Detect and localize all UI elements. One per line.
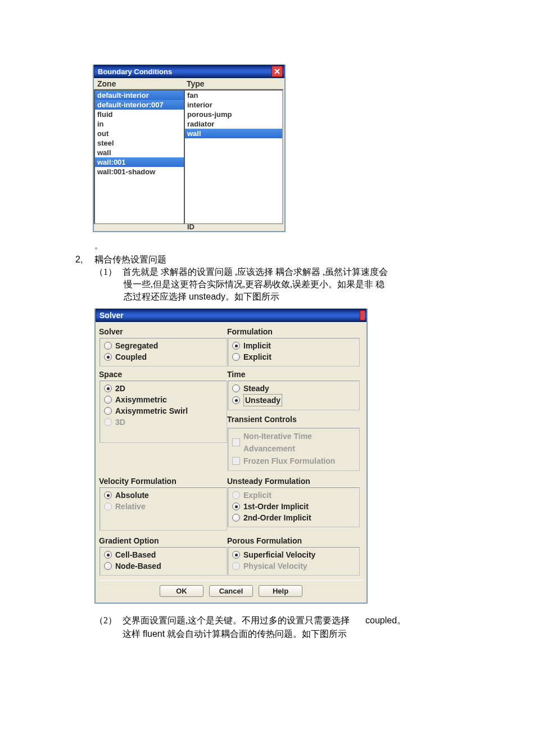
help-button[interactable]: Help: [259, 585, 302, 597]
group-gradient: Cell-BasedNode-Based: [99, 546, 227, 576]
p1-line3c: 。如下图所示: [225, 292, 279, 301]
space-option[interactable]: 2D: [104, 383, 223, 394]
group-space-title: Space: [99, 369, 227, 380]
bc-zone-item[interactable]: in: [95, 119, 184, 129]
p1-unsteady: unsteady: [189, 292, 225, 301]
radio-icon: [104, 551, 112, 559]
bc-type-item[interactable]: porous-jump: [185, 110, 282, 119]
group-time-title: Time: [227, 369, 360, 380]
bc-zone-item[interactable]: fluid: [95, 110, 184, 119]
checkbox-icon: [232, 438, 240, 446]
bc-zone-item[interactable]: wall:001-shadow: [95, 167, 184, 176]
radio-label: Absolute: [115, 490, 149, 501]
radio-icon: [232, 562, 240, 570]
time-option[interactable]: Unsteady: [232, 394, 356, 406]
bc-zone-listbox[interactable]: default-interiordefault-interior:007flui…: [94, 89, 184, 224]
bc-type-item[interactable]: interior: [185, 100, 282, 110]
radio-label: 3D: [115, 417, 125, 428]
unsteady-option: Explicit: [232, 490, 356, 501]
radio-label: Unsteady: [243, 394, 282, 406]
radio-icon: [104, 503, 112, 510]
space-option: 3D: [104, 417, 223, 428]
radio-icon: [232, 384, 240, 392]
bc-type-header: Type: [187, 79, 205, 88]
porous-option: Physical Velocity: [232, 560, 356, 572]
radio-label: Physical Velocity: [243, 560, 307, 572]
group-porous-title: Porous Formulation: [227, 535, 360, 546]
bc-zone-item[interactable]: steel: [95, 138, 184, 148]
group-velocity-title: Velocity Formulation: [99, 476, 227, 487]
close-icon[interactable]: [271, 66, 283, 77]
bc-zone-item[interactable]: wall: [95, 148, 184, 157]
bc-id-label: ID: [94, 224, 284, 231]
p2-line2a: 这样: [123, 629, 143, 639]
group-gradient-title: Gradient Option: [99, 535, 227, 546]
p2-line1a: 交界面设置问题,这个是关键。不用过多的设置只需要选择: [123, 615, 350, 625]
bc-titlebar: Boundary Conditions: [94, 65, 284, 78]
gradient-option[interactable]: Cell-Based: [104, 549, 223, 560]
cancel-button[interactable]: Cancel: [209, 585, 253, 597]
solver-option[interactable]: Coupled: [104, 351, 223, 363]
solver-option[interactable]: Segregated: [104, 340, 223, 351]
bc-type-item[interactable]: radiator: [185, 119, 282, 129]
radio-label: Superficial Velocity: [243, 549, 315, 560]
close-icon[interactable]: [360, 310, 365, 320]
transient-check: Non-Iterative Time Advancement: [232, 430, 356, 455]
bc-zone-item[interactable]: wall:001: [95, 157, 184, 167]
bc-zone-item[interactable]: default-interior:007: [95, 100, 184, 110]
space-option[interactable]: Axisymmetric: [104, 394, 223, 405]
ok-button[interactable]: OK: [160, 585, 203, 597]
section-2-number: 2,: [75, 253, 94, 266]
porous-option[interactable]: Superficial Velocity: [232, 549, 356, 560]
radio-label: 2D: [115, 383, 125, 394]
radio-label: 1st-Order Implicit: [243, 501, 309, 512]
radio-icon: [232, 491, 240, 499]
velocity-option[interactable]: Absolute: [104, 490, 223, 501]
radio-icon: [104, 342, 112, 350]
radio-label: Relative: [115, 501, 146, 512]
velocity-option: Relative: [104, 501, 223, 512]
checkbox-label: Frozen Flux Formulation: [243, 455, 335, 467]
bc-type-item[interactable]: fan: [185, 90, 282, 100]
radio-label: Axisymmetric Swirl: [115, 405, 188, 417]
radio-label: Cell-Based: [115, 549, 156, 560]
group-unsteady: Explicit1st-Order Implicit2nd-Order Impl…: [227, 487, 360, 527]
radio-icon: [232, 503, 240, 510]
radio-icon: [232, 342, 240, 350]
paragraph-2: （2）交界面设置问题,这个是关键。不用过多的设置只需要选择coupled。 这样…: [94, 614, 534, 641]
bc-type-item[interactable]: wall: [185, 129, 282, 138]
bc-zone-header: Zone: [97, 79, 187, 88]
formulation-option[interactable]: Explicit: [232, 351, 356, 363]
bc-zone-item[interactable]: default-interior: [95, 90, 184, 100]
p2-fluent: fluent: [143, 629, 165, 639]
group-porous: Superficial VelocityPhysical Velocity: [227, 546, 360, 576]
transient-check: Frozen Flux Formulation: [232, 455, 356, 467]
radio-label: Steady: [243, 383, 269, 394]
group-transient-title: Transient Controls: [227, 414, 360, 425]
group-solver-title: Solver: [99, 326, 227, 337]
radio-icon: [104, 407, 112, 415]
group-solver: SegregatedCoupled: [99, 337, 227, 366]
time-option[interactable]: Steady: [232, 383, 356, 394]
radio-label: Coupled: [115, 351, 147, 363]
bc-type-listbox[interactable]: faninteriorporous-jumpradiatorwall: [184, 89, 283, 224]
section-2-title: 耦合传热设置问题: [94, 255, 166, 264]
group-velocity: AbsoluteRelative: [99, 487, 227, 531]
p2-number: （2）: [94, 614, 123, 627]
unsteady-option[interactable]: 2nd-Order Implicit: [232, 512, 356, 523]
group-space: 2DAxisymmetricAxisymmetric Swirl3D: [99, 380, 227, 443]
space-option[interactable]: Axisymmetric Swirl: [104, 405, 223, 417]
checkbox-label: Non-Iterative Time Advancement: [243, 430, 356, 455]
unsteady-option[interactable]: 1st-Order Implicit: [232, 501, 356, 512]
paragraph-1: （1）首先就是 求解器的设置问题 ,应该选择 耦合求解器 ,虽然计算速度会 慢一…: [94, 266, 534, 303]
radio-label: Axisymmetric: [115, 394, 167, 405]
formulation-option[interactable]: Implicit: [232, 340, 356, 351]
gradient-option[interactable]: Node-Based: [104, 560, 223, 572]
group-transient: Non-Iterative Time AdvancementFrozen Flu…: [227, 427, 360, 471]
radio-icon: [232, 551, 240, 559]
radio-label: Explicit: [243, 351, 271, 363]
solver-title: Solver: [99, 311, 124, 320]
radio-icon: [104, 491, 112, 499]
bc-zone-item[interactable]: out: [95, 129, 184, 138]
group-unsteady-title: Unsteady Formulation: [227, 476, 360, 487]
